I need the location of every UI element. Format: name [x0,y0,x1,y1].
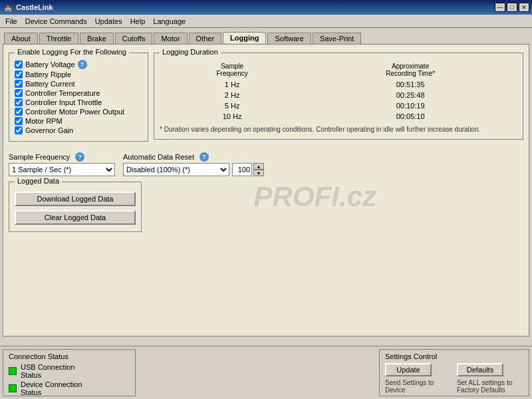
usb-status-label: USB ConnectionStatus [21,363,74,379]
time-2hz: 00:25:48 [305,90,516,100]
freq-10hz: 10 Hz [161,112,303,121]
spinner-input[interactable] [232,163,252,176]
auto-data-reset-select[interactable]: Disabled (100%) (*) [123,163,229,176]
checkbox-battery-voltage: Battery Voltage ? [15,60,142,69]
menu-file[interactable]: File [1,16,21,27]
checkbox-battery-ripple: Battery Ripple [15,70,142,78]
spinner-up-button[interactable]: ▲ [253,163,264,170]
checkbox-battery-ripple-input[interactable] [15,70,23,78]
logging-duration-group: Logging Duration SampleFrequency Approxi… [154,53,523,140]
checkbox-motor-rpm-input[interactable] [15,117,23,125]
auto-data-reset-group: Automatic Data Reset ? Disabled (100%) (… [123,152,264,176]
device-status-label: Device ConnectionStatus [21,380,82,396]
checkbox-motor-rpm-label: Motor RPM [25,117,63,125]
tab-content-logging: PROFI.cz Enable Logging For the Followin… [3,44,529,336]
spinner-down-button[interactable]: ▼ [253,170,264,176]
settings-control-title: Settings Control [385,352,523,360]
tab-logging[interactable]: Logging [223,32,266,44]
checkbox-controller-throttle: Controller Input Throttle [15,98,142,106]
checkbox-controller-temp-label: Controller Temperature [25,89,100,97]
usb-connection-status: USB ConnectionStatus [9,363,130,379]
help-icon-auto-reset[interactable]: ? [200,152,209,162]
title-bar-text: CastleLink [16,3,495,11]
checkbox-governor-gain-label: Governor Gain [25,126,73,134]
checkbox-controller-power-input[interactable] [15,108,23,116]
settings-control-box: Settings Control Update Send Settings to… [379,349,529,396]
menu-device-commands[interactable]: Device Commands [21,16,91,27]
update-button[interactable]: Update [385,363,432,376]
tab-brake[interactable]: Brake [80,33,114,44]
right-column: Logging Duration SampleFrequency Approxi… [154,53,523,147]
connection-status-title: Connection Status [9,352,130,360]
tab-throttle[interactable]: Throttle [39,33,78,44]
tab-cutoffs[interactable]: Cutoffs [115,33,153,44]
logging-duration-title: Logging Duration [160,48,221,56]
checkbox-governor-gain-input[interactable] [15,126,23,134]
usb-status-led [9,367,17,375]
device-connection-status: Device ConnectionStatus [9,380,130,396]
menu-language[interactable]: Language [149,16,190,27]
minimize-button[interactable]: — [495,3,505,12]
duration-row-1hz: 1 Hz 00:51:35 [161,80,516,89]
menu-bar: File Device Commands Updates Help Langua… [0,15,532,28]
checkbox-battery-voltage-input[interactable] [15,61,23,68]
auto-data-reset-label: Automatic Data Reset ? [123,152,264,162]
checkbox-motor-rpm: Motor RPM [15,117,142,125]
checkbox-controller-throttle-label: Controller Input Throttle [25,98,102,106]
watermark: PROFI.cz [254,181,376,213]
col-header-time: ApproximateRecording Time* [305,61,516,78]
defaults-btn-group: Defaults Set ALL settings to Factory Def… [457,363,523,394]
title-bar: 🏰 CastleLink — □ ✕ [0,0,532,15]
spinner-group: ▲ ▼ [232,163,264,176]
duration-row-5hz: 5 Hz 00:10:19 [161,101,516,110]
checkbox-controller-temp: Controller Temperature [15,89,142,97]
menu-updates[interactable]: Updates [91,16,126,27]
time-10hz: 00:05:10 [305,112,516,121]
maximize-button[interactable]: □ [507,3,517,12]
status-bar: Connection Status USB ConnectionStatus D… [0,346,532,399]
left-column: Enable Logging For the Following Battery… [9,53,148,147]
checkbox-battery-voltage-label: Battery Voltage [25,61,75,68]
app-icon: 🏰 [3,2,13,13]
download-logged-data-button[interactable]: Download Logged Data [15,192,136,206]
sample-frequency-group: Sample Frequency ? 1 Sample / Sec (*) [9,152,115,176]
tab-about[interactable]: About [4,33,38,44]
checkbox-governor-gain: Governor Gain [15,126,142,134]
sample-frequency-select[interactable]: 1 Sample / Sec (*) [9,163,115,176]
title-bar-buttons: — □ ✕ [495,3,529,12]
time-1hz: 00:51:35 [305,80,516,89]
checkbox-battery-current: Battery Current [15,80,142,88]
menu-help[interactable]: Help [126,16,150,27]
col-header-freq: SampleFrequency [161,61,303,78]
checkbox-battery-ripple-label: Battery Ripple [25,70,71,78]
checkbox-controller-power: Controller Motor Power Output [15,108,142,116]
device-status-led [9,384,17,392]
checkbox-battery-current-label: Battery Current [25,80,75,88]
enable-logging-title: Enable Logging For the Following [15,48,129,56]
tab-other[interactable]: Other [189,33,222,44]
logged-data-title: Logged Data [15,177,62,185]
settings-buttons-row: Update Send Settings to Device Defaults … [385,363,523,394]
tab-bar: About Throttle Brake Cutoffs Motor Other… [3,31,529,44]
freq-2hz: 2 Hz [161,90,303,100]
defaults-description: Set ALL settings to Factory Defaults [457,379,523,394]
clear-logged-data-button[interactable]: Clear Logged Data [15,210,136,225]
defaults-button[interactable]: Defaults [457,363,503,376]
checkbox-battery-current-input[interactable] [15,80,23,88]
close-button[interactable]: ✕ [519,3,529,12]
tab-save-print[interactable]: Save-Print [313,33,361,44]
logged-data-group: Logged Data Download Logged Data Clear L… [9,182,142,232]
help-icon-sample-freq[interactable]: ? [75,152,84,162]
tab-software[interactable]: Software [267,33,311,44]
duration-row-10hz: 10 Hz 00:05:10 [161,112,516,121]
sample-frequency-label: Sample Frequency ? [9,152,115,162]
checkbox-controller-throttle-input[interactable] [15,98,23,106]
duration-row-2hz: 2 Hz 00:25:48 [161,90,516,100]
checkbox-controller-temp-input[interactable] [15,89,23,97]
freq-1hz: 1 Hz [161,80,303,89]
tab-motor[interactable]: Motor [154,33,187,44]
help-icon-battery-voltage[interactable]: ? [78,60,87,69]
update-description: Send Settings to Device [385,379,452,394]
window-content: About Throttle Brake Cutoffs Motor Other… [0,28,532,339]
time-5hz: 00:10:19 [305,101,516,110]
